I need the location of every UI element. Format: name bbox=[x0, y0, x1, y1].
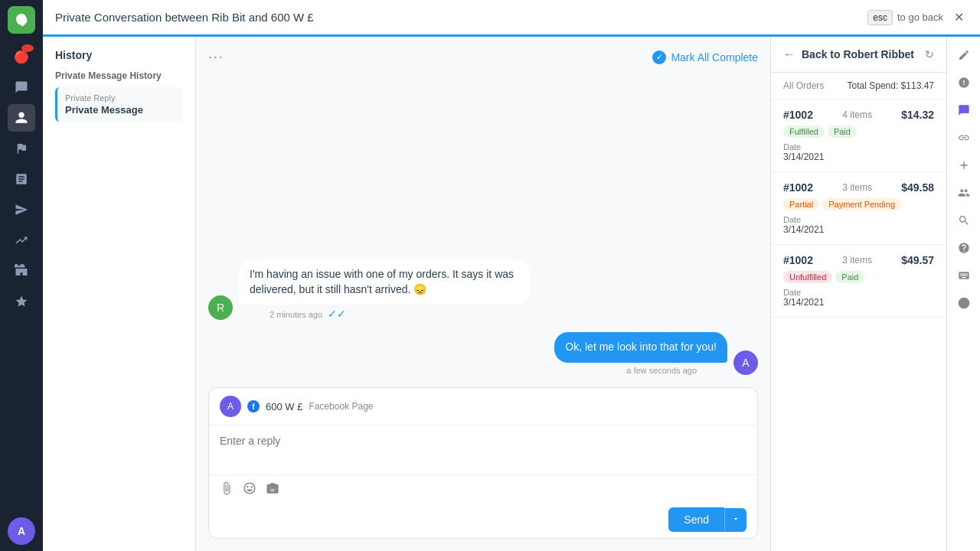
refresh-icon[interactable]: ↻ bbox=[925, 48, 934, 60]
emoji-icon[interactable] bbox=[243, 481, 256, 495]
facebook-icon: f bbox=[247, 400, 260, 412]
reply-avatar: A bbox=[220, 396, 241, 417]
badge-paid-2: Paid bbox=[835, 271, 864, 283]
order-3-id: #1002 bbox=[783, 254, 813, 266]
reply-channel-name: 600 W £ bbox=[266, 401, 302, 412]
order-card-2-header: #1002 3 items $49.58 bbox=[783, 181, 934, 194]
logo[interactable] bbox=[8, 6, 35, 34]
sidebar-bottom: A bbox=[8, 517, 35, 545]
back-title: Back to Robert Ribbet bbox=[802, 48, 914, 60]
outgoing-bubble: Ok, let me look into that for you! bbox=[554, 332, 727, 363]
reply-footer: Send bbox=[209, 501, 757, 538]
badge-unfulfilled: Unfulfilled bbox=[783, 271, 832, 283]
back-hint-text: to go back bbox=[897, 11, 943, 23]
order-3-date-label: Date bbox=[783, 288, 934, 297]
sidebar-icon-reports[interactable] bbox=[8, 165, 35, 193]
chat-more-button[interactable]: ··· bbox=[208, 49, 224, 65]
order-2-badges: Partial Payment Pending bbox=[783, 198, 934, 210]
incoming-text: I'm having an issue with one of my order… bbox=[250, 268, 514, 295]
conversation-title: Private Conversation between Rib Bit and… bbox=[55, 11, 314, 24]
order-1-price: $14.32 bbox=[901, 109, 934, 121]
history-item[interactable]: Private Reply Private Message bbox=[55, 87, 183, 122]
order-3-price: $49.57 bbox=[901, 254, 934, 266]
people-icon-btn[interactable] bbox=[952, 181, 976, 205]
order-1-badges: Fulfilled Paid bbox=[783, 126, 934, 138]
order-2-date: 3/14/2021 bbox=[783, 224, 934, 235]
sidebar-icon-star[interactable] bbox=[8, 288, 35, 315]
outgoing-meta: a few seconds ago bbox=[554, 366, 727, 375]
history-subtitle: Private Message History bbox=[55, 70, 183, 81]
total-spend: Total Spend: $113.47 bbox=[848, 80, 934, 91]
close-button[interactable]: ✕ bbox=[949, 8, 968, 27]
search-icon-btn[interactable] bbox=[952, 208, 976, 233]
mark-complete-label: Mark All Complete bbox=[671, 51, 758, 64]
right-panel-header: ← Back to Robert Ribbet ↻ bbox=[771, 37, 946, 73]
content-area: History Private Message History Private … bbox=[43, 37, 980, 551]
sidebar-icon-analytics[interactable] bbox=[8, 227, 35, 254]
send-dropdown-button[interactable] bbox=[724, 508, 746, 532]
incoming-time: 2 minutes ago bbox=[270, 310, 322, 319]
topbar: Private Conversation between Rib Bit and… bbox=[43, 0, 980, 37]
order-card-2[interactable]: #1002 3 items $49.58 Partial Payment Pen… bbox=[771, 172, 946, 245]
order-3-badges: Unfulfilled Paid bbox=[783, 271, 934, 283]
sidebar-icon-contacts[interactable] bbox=[8, 104, 35, 132]
reply-channel-type: Facebook Page bbox=[309, 401, 373, 412]
order-2-price: $49.58 bbox=[901, 181, 934, 194]
order-1-date-label: Date bbox=[783, 142, 934, 152]
user-avatar[interactable]: A bbox=[8, 517, 35, 545]
all-orders-label: All Orders bbox=[783, 80, 824, 91]
keyboard-icon-btn[interactable] bbox=[952, 263, 976, 288]
sidebar-icon-notifications[interactable]: 🔴 bbox=[8, 43, 35, 70]
sidebar-icon-inbox[interactable] bbox=[8, 73, 35, 101]
order-card-1[interactable]: #1002 4 items $14.32 Fulfilled Paid Date… bbox=[771, 99, 946, 172]
reply-area: A f 600 W £ Facebook Page bbox=[208, 387, 758, 539]
order-card-3-header: #1002 3 items $49.57 bbox=[783, 254, 934, 266]
history-panel: History Private Message History Private … bbox=[43, 37, 196, 551]
order-card-1-header: #1002 4 items $14.32 bbox=[783, 109, 934, 121]
chat-area: ··· ✓ Mark All Complete R I'm having an … bbox=[196, 37, 770, 551]
order-summary: All Orders Total Spend: $113.47 bbox=[771, 73, 946, 99]
badge-fulfilled: Fulfilled bbox=[783, 126, 825, 138]
sidebar-icon-flag[interactable] bbox=[8, 135, 35, 162]
message-icon-btn[interactable] bbox=[952, 98, 976, 122]
sidebar-icon-send[interactable] bbox=[8, 196, 35, 223]
incoming-meta: 2 minutes ago ✓✓ bbox=[239, 308, 530, 320]
sidebar: 🔴 A bbox=[0, 0, 43, 551]
camera-icon[interactable] bbox=[266, 481, 279, 495]
mark-all-complete-button[interactable]: ✓ Mark All Complete bbox=[652, 51, 758, 64]
help-icon-btn[interactable] bbox=[952, 236, 976, 260]
order-2-items: 3 items bbox=[842, 182, 872, 193]
link-icon-btn[interactable] bbox=[952, 126, 976, 150]
right-panel: ← Back to Robert Ribbet ↻ All Orders Tot… bbox=[770, 37, 946, 551]
reply-toolbar bbox=[209, 474, 757, 501]
support-icon-btn[interactable] bbox=[952, 291, 976, 315]
badge-payment-pending: Payment Pending bbox=[822, 198, 901, 210]
order-3-date: 3/14/2021 bbox=[783, 297, 934, 308]
message-row-outgoing: Ok, let me look into that for you! a few… bbox=[208, 332, 758, 375]
sidebar-icon-tasks[interactable] bbox=[8, 257, 35, 285]
history-item-label: Private Reply bbox=[65, 93, 175, 103]
alert-icon-btn[interactable] bbox=[952, 70, 976, 95]
edit-icon-btn[interactable] bbox=[952, 43, 976, 67]
outgoing-time: a few seconds ago bbox=[626, 366, 697, 375]
send-button[interactable]: Send bbox=[668, 507, 724, 532]
history-item-name: Private Message bbox=[65, 104, 175, 116]
order-card-3[interactable]: #1002 3 items $49.57 Unfulfilled Paid Da… bbox=[771, 245, 946, 318]
order-history-panel: All Orders Total Spend: $113.47 #1002 4 … bbox=[771, 73, 946, 551]
main-content: Private Conversation between Rib Bit and… bbox=[43, 0, 980, 551]
back-arrow-icon[interactable]: ← bbox=[783, 47, 795, 61]
incoming-message-content: I'm having an issue with one of my order… bbox=[239, 259, 530, 320]
incoming-avatar: R bbox=[208, 295, 233, 320]
history-title: History bbox=[55, 49, 183, 61]
outgoing-text: Ok, let me look into that for you! bbox=[565, 341, 717, 353]
chat-toolbar: ··· ✓ Mark All Complete bbox=[208, 49, 758, 65]
order-1-id: #1002 bbox=[783, 109, 813, 121]
outgoing-avatar: A bbox=[733, 350, 758, 375]
order-1-date: 3/14/2021 bbox=[783, 152, 934, 162]
right-icon-strip bbox=[946, 37, 980, 551]
order-2-id: #1002 bbox=[783, 181, 813, 194]
reply-input[interactable] bbox=[209, 425, 757, 471]
esc-hint: esc to go back bbox=[867, 10, 943, 25]
add-icon-btn[interactable] bbox=[952, 153, 976, 178]
attachment-icon[interactable] bbox=[220, 481, 234, 495]
